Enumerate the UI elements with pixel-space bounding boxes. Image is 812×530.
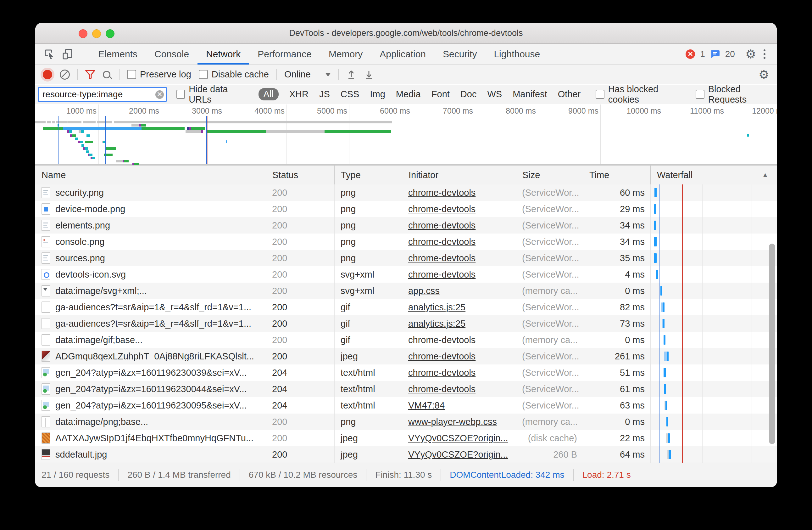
overview-bar [134,163,139,165]
issues-bubble-icon[interactable] [710,49,720,59]
initiator-link[interactable]: VYyQv0CSZOE?origin... [408,449,508,460]
hide-data-urls-checkbox[interactable]: Hide data URLs [176,85,249,104]
initiator-link[interactable]: VM47:84 [408,400,445,410]
tab-console[interactable]: Console [146,44,198,65]
checkbox[interactable] [199,70,208,79]
initiator-link[interactable]: www-player-webp.css [408,417,497,427]
initiator-link[interactable]: analytics.js:25 [408,302,465,312]
network-toolbar: Preserve log Disable cache Online [35,65,777,84]
load-event-line [128,116,128,164]
tab-performance[interactable]: Performance [249,44,320,65]
request-row[interactable]: data:image/gif;base...200gifchrome-devto… [35,332,777,348]
network-overview-timeline[interactable]: 1000 ms2000 ms3000 ms4000 ms5000 ms6000 … [35,104,777,166]
search-icon[interactable] [103,71,111,78]
column-header-time[interactable]: Time [583,166,650,184]
vertical-scrollbar-thumb[interactable] [769,243,775,444]
initiator-cell: chrome-devtools [402,237,516,247]
record-button[interactable] [43,70,52,79]
device-toolbar-icon[interactable] [62,48,74,60]
initiator-link[interactable]: chrome-devtools [408,351,476,361]
clear-icon[interactable] [60,70,70,80]
type-filter-xhr[interactable]: XHR [289,88,308,100]
initiator-link[interactable]: chrome-devtools [408,269,476,279]
import-har-icon[interactable] [346,69,356,80]
initiator-link[interactable]: chrome-devtools [408,367,476,378]
request-row[interactable]: elements.png200pngchrome-devtools(Servic… [35,217,777,234]
blocked-requests-checkbox[interactable]: Blocked Requests [696,85,777,104]
file-preview-icon [42,252,50,264]
filter-input[interactable] [38,87,167,102]
panel-tabs: ElementsConsoleNetworkPerformanceMemoryA… [90,44,549,65]
column-header-name[interactable]: Name [35,166,266,184]
type-filter-doc[interactable]: Doc [460,88,477,100]
initiator-link[interactable]: VYyQv0CSZOE?origin... [408,433,508,443]
column-header-initiator[interactable]: Initiator [402,166,516,184]
tab-elements[interactable]: Elements [90,44,146,65]
type-filter-media[interactable]: Media [396,88,421,100]
request-row[interactable]: sddefault.jpg200jpegVYyQv0CSZOE?origin..… [35,446,777,463]
initiator-link[interactable]: app.css [408,286,440,296]
initiator-link[interactable]: chrome-devtools [408,384,476,394]
request-row[interactable]: devtools-icon.svg200svg+xmlchrome-devtoo… [35,266,777,283]
overview-bar [97,121,112,123]
has-blocked-cookies-checkbox[interactable]: Has blocked cookies [596,85,686,104]
checkbox[interactable] [696,90,704,99]
type-filter-js[interactable]: JS [319,88,330,100]
tab-network[interactable]: Network [198,44,249,65]
type-filter-ws[interactable]: WS [487,88,502,100]
initiator-link[interactable]: chrome-devtools [408,335,476,345]
type-filter-all[interactable]: All [259,88,279,100]
tab-security[interactable]: Security [434,44,485,65]
tab-memory[interactable]: Memory [320,44,371,65]
column-header-waterfall[interactable]: Waterfall ▲ [650,166,777,184]
request-row[interactable]: ga-audiences?t=sr&aip=1&_r=4&slf_rd=1&v=… [35,315,777,332]
type-filter-font[interactable]: Font [432,88,450,100]
settings-gear-icon[interactable]: ⚙ [745,48,756,60]
filter-funnel-icon[interactable] [85,70,95,79]
type-filter-manifest[interactable]: Manifest [512,88,547,100]
initiator-link[interactable]: chrome-devtools [408,253,476,263]
request-row[interactable]: data:image/png;base...200pngwww-player-w… [35,414,777,430]
status-cell: 200 [266,286,334,296]
preserve-log-checkbox[interactable]: Preserve log [127,69,191,80]
inspect-element-icon[interactable] [43,48,55,60]
request-name: AATXAJywSIpD1jf4EbqHXTfbe0mnyHqGFNTu... [55,433,253,444]
request-row[interactable]: data:image/svg+xml;...200svg+xmlapp.css(… [35,283,777,299]
initiator-link[interactable]: chrome-devtools [408,237,476,247]
initiator-link[interactable]: chrome-devtools [408,204,476,214]
initiator-link[interactable]: analytics.js:25 [408,319,465,329]
tab-lighthouse[interactable]: Lighthouse [485,44,549,65]
type-filter-other[interactable]: Other [558,88,581,100]
clear-filter-icon[interactable]: ✕ [155,90,164,99]
request-row[interactable]: device-mode.png200pngchrome-devtools(Ser… [35,201,777,217]
checkbox[interactable] [596,90,604,99]
request-row[interactable]: sources.png200pngchrome-devtools(Service… [35,250,777,266]
type-filter-img[interactable]: Img [370,88,385,100]
request-row[interactable]: AATXAJywSIpD1jf4EbqHXTfbe0mnyHqGFNTu...2… [35,430,777,446]
request-row[interactable]: console.png200pngchrome-devtools(Service… [35,234,777,250]
initiator-link[interactable]: chrome-devtools [408,187,476,198]
request-name: data:image/svg+xml;... [55,286,147,296]
network-settings-gear-icon[interactable]: ⚙ [758,69,769,81]
throttling-select[interactable]: Online [284,69,331,80]
error-badge-icon[interactable]: ✕ [685,50,695,59]
checkbox[interactable] [127,70,136,79]
initiator-link[interactable]: chrome-devtools [408,220,476,231]
type-filter-css[interactable]: CSS [340,88,360,100]
checkbox[interactable] [176,90,185,99]
screen: DevTools - developers.google.com/web/too… [0,0,812,530]
disable-cache-checkbox[interactable]: Disable cache [199,69,269,80]
column-header-type[interactable]: Type [334,166,402,184]
request-row[interactable]: security.png200pngchrome-devtools(Servic… [35,184,777,201]
overview-bar [81,130,84,133]
more-options-icon[interactable] [761,50,768,59]
column-header-size[interactable]: Size [516,166,583,184]
request-row[interactable]: ga-audiences?t=sr&aip=1&_r=4&slf_rd=1&v=… [35,299,777,315]
column-header-status[interactable]: Status [266,166,334,184]
error-count[interactable]: 1 [700,49,705,59]
export-har-icon[interactable] [364,69,374,80]
type-cell: png [334,253,402,263]
issues-count[interactable]: 20 [725,49,735,59]
tab-application[interactable]: Application [371,44,434,65]
file-preview-icon [42,416,50,428]
